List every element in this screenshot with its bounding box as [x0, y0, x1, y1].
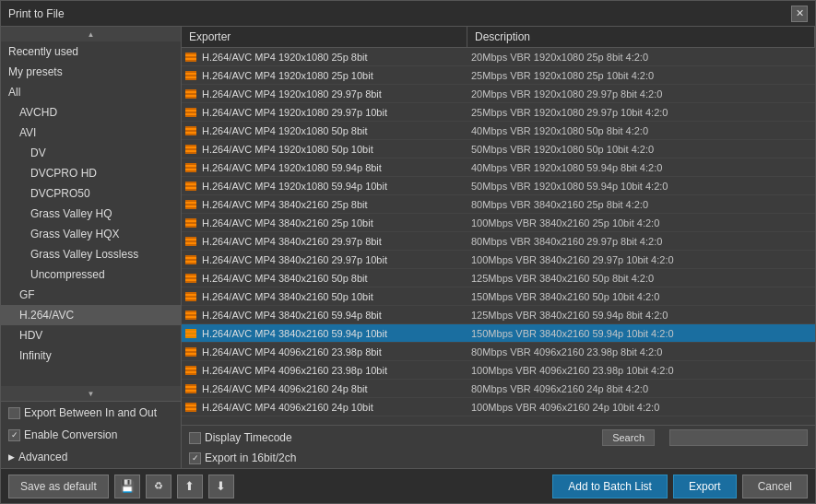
table-row[interactable]: H.264/AVC MP4 4096x2160 24p 10bit 100Mbp… — [182, 398, 815, 416]
description-cell: 20Mbps VBR 1920x1080 29.97p 8bit 4:2:0 — [467, 87, 815, 101]
sidebar-item-grass-valley-hqx[interactable]: Grass Valley HQX — [1, 224, 181, 244]
table-row[interactable]: H.264/AVC MP4 1920x1080 59.94p 10bit 50M… — [182, 177, 815, 195]
exporter-cell: H.264/AVC MP4 3840x2160 59.94p 8bit — [182, 308, 467, 322]
sidebar-item-dv[interactable]: DV — [1, 143, 181, 163]
sidebar-item-infinity[interactable]: Infinity — [1, 346, 181, 366]
sidebar-item-avi[interactable]: AVI — [1, 123, 181, 143]
sidebar-item-grass-valley-hq[interactable]: Grass Valley HQ — [1, 204, 181, 224]
sidebar-item-dvcpro50[interactable]: DVCPRO50 — [1, 183, 181, 204]
table-row[interactable]: H.264/AVC MP4 1920x1080 29.97p 10bit 25M… — [182, 103, 815, 122]
film-icon — [185, 145, 196, 154]
table-row[interactable]: H.264/AVC MP4 3840x2160 25p 10bit 100Mbp… — [182, 214, 815, 232]
description-cell: 100Mbps VBR 3840x2160 25p 10bit 4:2:0 — [467, 216, 815, 230]
description-cell: 20Mbps VBR 1920x1080 25p 8bit 4:2:0 — [467, 50, 815, 64]
enable-conversion-label: Enable Conversion — [24, 428, 117, 441]
export-between-checkbox[interactable] — [8, 407, 20, 419]
sidebar-scroll-up[interactable]: ▲ — [1, 27, 181, 41]
table-row[interactable]: H.264/AVC MP4 1920x1080 59.94p 8bit 40Mb… — [182, 158, 815, 177]
table-row[interactable]: H.264/AVC MP4 3840x2160 59.94p 8bit 125M… — [182, 306, 815, 324]
film-icon — [185, 347, 196, 357]
import-icon: ⬆ — [184, 479, 195, 493]
export-16bit-checkbox[interactable]: ✓ — [189, 452, 201, 464]
table-row[interactable]: H.264/AVC MP4 3840x2160 50p 10bit 150Mbp… — [182, 287, 815, 306]
display-timecode-label: Display Timecode — [205, 431, 292, 444]
description-cell: 100Mbps VBR 4096x2160 24p 10bit 4:2:0 — [467, 400, 815, 415]
sidebar-item-gf[interactable]: GF — [1, 285, 181, 305]
search-input[interactable] — [669, 429, 808, 446]
search-button[interactable]: Search — [602, 429, 655, 446]
display-timecode-option[interactable]: Display Timecode — [189, 431, 292, 444]
exporter-cell: H.264/AVC MP4 3840x2160 59.94p 10bit — [182, 326, 467, 341]
film-icon — [185, 255, 196, 264]
exporter-cell: H.264/AVC MP4 4096x2160 24p 8bit — [182, 381, 467, 396]
import-button[interactable]: ⬆ — [177, 475, 203, 498]
exporter-column-header: Exporter — [182, 27, 467, 47]
export-16bit-label: Export in 16bit/2ch — [205, 451, 296, 464]
sidebar-item-recently-used[interactable]: Recently used — [1, 41, 181, 62]
film-icon — [185, 126, 196, 135]
table-row[interactable]: H.264/AVC MP4 4096x2160 23.98p 8bit 80Mb… — [182, 343, 815, 361]
table-row[interactable]: H.264/AVC MP4 4096x2160 24p 8bit 80Mbps … — [182, 380, 815, 398]
film-icon — [185, 292, 196, 301]
close-button[interactable]: ✕ — [791, 6, 808, 22]
film-icon — [185, 311, 196, 320]
export-16bit-option[interactable]: ✓ Export in 16bit/2ch — [189, 451, 296, 464]
sidebar-item-grass-valley-lossless[interactable]: Grass Valley Lossless — [1, 244, 181, 264]
sidebar-scroll-down[interactable]: ▼ — [1, 386, 181, 401]
display-timecode-checkbox[interactable] — [189, 432, 201, 444]
table-row[interactable]: H.264/AVC MP4 1920x1080 25p 10bit 25Mbps… — [182, 66, 815, 85]
description-cell: 40Mbps VBR 1920x1080 59.94p 8bit 4:2:0 — [467, 160, 815, 175]
table-row[interactable]: H.264/AVC MP4 4096x2160 23.98p 10bit 100… — [182, 361, 815, 380]
print-to-file-window: Print to File ✕ ▲ Recently used My prese… — [0, 0, 816, 504]
export-icon-button[interactable]: ⬇ — [208, 475, 234, 498]
add-to-batch-button[interactable]: Add to Batch List — [552, 475, 668, 498]
table-row[interactable]: H.264/AVC MP4 3840x2160 50p 8bit 125Mbps… — [182, 269, 815, 287]
table-scroll[interactable]: H.264/AVC MP4 1920x1080 25p 8bit 20Mbps … — [182, 48, 815, 425]
description-cell: 50Mbps VBR 1920x1080 50p 10bit 4:2:0 — [467, 142, 815, 157]
description-cell: 100Mbps VBR 3840x2160 29.97p 10bit 4:2:0 — [467, 252, 815, 267]
sidebar-item-hdv[interactable]: HDV — [1, 325, 181, 346]
exporter-cell: H.264/AVC MP4 1920x1080 59.94p 10bit — [182, 179, 467, 193]
floppy-disk-button[interactable]: 💾 — [114, 475, 140, 498]
exporter-cell: H.264/AVC MP4 3840x2160 25p 8bit — [182, 197, 467, 212]
table-row[interactable]: H.264/AVC MP4 3840x2160 29.97p 8bit 80Mb… — [182, 232, 815, 251]
table-row[interactable]: H.264/AVC MP4 1920x1080 25p 8bit 20Mbps … — [182, 48, 815, 66]
table-row[interactable]: H.264/AVC MP4 3840x2160 25p 8bit 80Mbps … — [182, 195, 815, 214]
table-row[interactable]: H.264/AVC MP4 1920x1080 50p 10bit 50Mbps… — [182, 140, 815, 158]
enable-conversion-checkbox[interactable]: ✓ — [8, 429, 20, 441]
table-row-selected[interactable]: H.264/AVC MP4 3840x2160 59.94p 10bit 150… — [182, 324, 815, 343]
description-cell: 80Mbps VBR 4096x2160 24p 8bit 4:2:0 — [467, 381, 815, 396]
table-row[interactable]: H.264/AVC MP4 3840x2160 29.97p 10bit 100… — [182, 251, 815, 269]
table-header: Exporter Description — [182, 27, 815, 48]
film-icon — [185, 384, 196, 393]
description-cell: 25Mbps VBR 1920x1080 29.97p 10bit 4:2:0 — [467, 105, 815, 120]
sidebar-item-h264-avc[interactable]: H.264/AVC — [1, 305, 181, 325]
right-panel: Exporter Description H.264/AVC MP4 1920x… — [182, 27, 815, 468]
export-between-item[interactable]: Export Between In and Out — [1, 402, 181, 424]
sidebar-item-uncompressed[interactable]: Uncompressed — [1, 264, 181, 285]
cancel-button[interactable]: Cancel — [742, 475, 808, 498]
enable-conversion-item[interactable]: ✓ Enable Conversion — [1, 424, 181, 446]
floppy-icon: 💾 — [120, 479, 135, 493]
description-cell: 125Mbps VBR 3840x2160 59.94p 8bit 4:2:0 — [467, 308, 815, 322]
bottom-options: Display Timecode Search ✓ Export in 16bi… — [182, 425, 815, 468]
exporter-cell: H.264/AVC MP4 1920x1080 25p 8bit — [182, 50, 467, 64]
recycle-button[interactable]: ♻ — [146, 475, 171, 498]
recycle-icon: ♻ — [154, 480, 163, 492]
export-button[interactable]: Export — [673, 475, 737, 498]
description-cell: 150Mbps VBR 3840x2160 59.94p 10bit 4:2:0 — [467, 326, 815, 341]
advanced-item[interactable]: ▶ Advanced — [1, 446, 181, 468]
save-as-default-button[interactable]: Save as default — [8, 475, 109, 498]
sidebar-item-all[interactable]: All — [1, 82, 181, 102]
sidebar-item-avchd[interactable]: AVCHD — [1, 102, 181, 123]
sidebar-item-my-presets[interactable]: My presets — [1, 62, 181, 82]
exporter-cell: H.264/AVC MP4 1920x1080 29.97p 8bit — [182, 87, 467, 101]
description-cell: 25Mbps VBR 1920x1080 25p 10bit 4:2:0 — [467, 68, 815, 83]
table-row[interactable]: H.264/AVC MP4 1920x1080 29.97p 8bit 20Mb… — [182, 85, 815, 103]
table-row[interactable]: H.264/AVC MP4 1920x1080 50p 8bit 40Mbps … — [182, 122, 815, 140]
sidebar-item-dvcpro-hd[interactable]: DVCPRO HD — [1, 163, 181, 183]
exporter-cell: H.264/AVC MP4 1920x1080 59.94p 8bit — [182, 160, 467, 175]
film-icon — [185, 237, 196, 246]
description-cell: 100Mbps VBR 4096x2160 23.98p 10bit 4:2:0 — [467, 363, 815, 378]
exporter-cell: H.264/AVC MP4 4096x2160 24p 10bit — [182, 400, 467, 415]
